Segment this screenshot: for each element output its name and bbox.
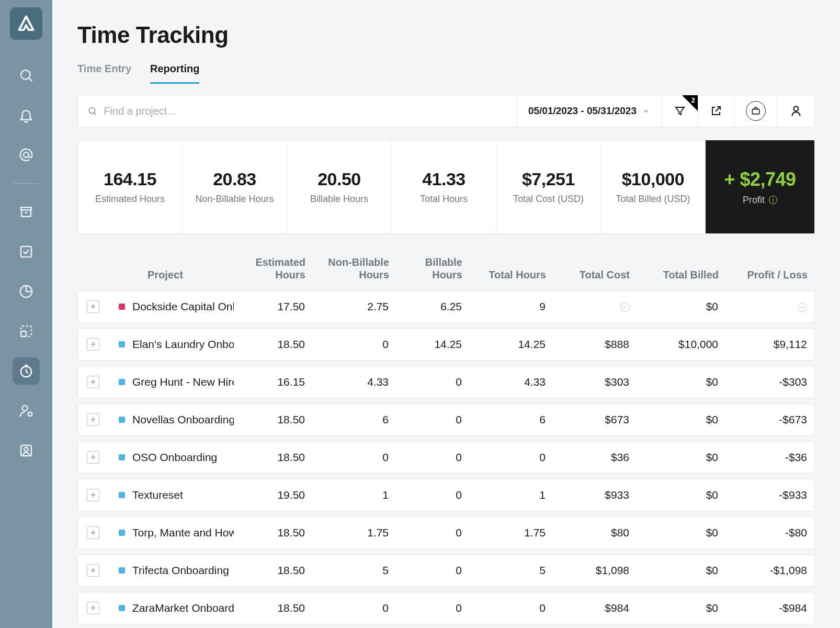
export-button[interactable] <box>698 95 734 127</box>
cell-estimated: 18.50 <box>234 564 312 577</box>
svg-line-1 <box>29 78 32 82</box>
th-total[interactable]: Total Hours <box>470 268 553 281</box>
project-color-dot <box>119 530 125 536</box>
date-range-picker[interactable]: 05/01/2023 - 05/31/2023 <box>516 95 662 127</box>
cell-profitloss: -$303 <box>725 376 814 388</box>
table-row[interactable]: +Textureset19.50101$933$0-$933 <box>77 479 815 511</box>
expand-button[interactable]: + <box>87 376 99 388</box>
th-billed[interactable]: Total Billed <box>637 268 726 281</box>
th-nonbillable[interactable]: Non-Billable Hours <box>313 256 396 281</box>
mentions-nav-icon[interactable] <box>13 141 40 169</box>
cell-estimated: 17.50 <box>234 300 312 313</box>
tab-reporting[interactable]: Reporting <box>150 58 199 84</box>
cell-billable: 0 <box>396 376 469 388</box>
nav-divider <box>13 183 40 184</box>
search-icon <box>87 106 97 116</box>
svg-point-16 <box>24 447 28 452</box>
table-row[interactable]: +Elan's Laundry Onboarding18.50014.2514.… <box>77 328 815 361</box>
th-billable[interactable]: Billable Hours <box>396 256 470 281</box>
app-logo[interactable] <box>10 7 42 40</box>
expand-button[interactable]: + <box>87 526 99 539</box>
tab-time-entry[interactable]: Time Entry <box>77 58 131 84</box>
svg-line-11 <box>26 372 28 373</box>
table-row[interactable]: +Greg Hunt - New Hire16.154.3304.33$303$… <box>77 366 815 398</box>
metric-total-cost: $7,251 Total Cost (USD) <box>496 140 601 233</box>
info-icon[interactable]: i <box>769 196 777 204</box>
th-profitloss[interactable]: Profit / Loss <box>726 268 815 281</box>
date-range-label: 05/01/2023 - 05/31/2023 <box>528 105 637 117</box>
cell-expand: + <box>78 602 116 614</box>
project-name: Novellas Onboarding <box>132 413 234 426</box>
cell-project: Novellas Onboarding <box>116 413 234 426</box>
reports-nav-icon[interactable] <box>13 278 40 305</box>
cell-estimated: 18.50 <box>234 602 312 614</box>
time-tracking-nav-icon[interactable] <box>13 357 40 385</box>
cell-total: 0 <box>469 451 553 464</box>
cell-cost: $1,098 <box>553 564 637 577</box>
metric-value: 164.15 <box>104 169 156 189</box>
cell-profitloss: $9,112 <box>725 338 814 351</box>
search-nav-icon[interactable] <box>13 62 40 89</box>
project-name: Greg Hunt - New Hire <box>132 376 234 388</box>
cell-total: 1.75 <box>469 526 553 539</box>
cell-cost: $984 <box>553 602 637 614</box>
cell-expand: + <box>78 413 116 426</box>
scale-nav-icon[interactable] <box>13 318 40 345</box>
cell-project: Textureset <box>116 489 234 501</box>
project-color-dot <box>119 304 125 310</box>
search-input[interactable] <box>104 105 507 117</box>
empty-value-icon <box>798 302 807 312</box>
user-button[interactable] <box>777 95 814 127</box>
metric-profit: + $2,749 Profit i <box>706 140 814 233</box>
external-link-icon <box>710 105 722 117</box>
table-row[interactable]: +Novellas Onboarding18.50606$673$0-$673 <box>77 403 815 436</box>
contacts-nav-icon[interactable] <box>13 437 40 464</box>
briefcase-button[interactable] <box>734 95 777 127</box>
cell-billable: 6.25 <box>396 300 469 313</box>
svg-point-0 <box>21 70 30 80</box>
table-row[interactable]: +Dockside Capital Onboar...17.502.756.25… <box>77 290 815 323</box>
svg-point-20 <box>794 106 799 111</box>
cell-expand: + <box>78 451 116 464</box>
archive-nav-icon[interactable] <box>13 198 40 226</box>
cell-cost: $80 <box>553 526 637 539</box>
expand-button[interactable]: + <box>87 413 99 426</box>
expand-button[interactable]: + <box>87 602 99 614</box>
filter-button[interactable]: 2 <box>662 95 698 127</box>
cell-billed: $0 <box>637 564 725 577</box>
cell-total: 0 <box>469 602 553 614</box>
table-row[interactable]: +Trifecta Onboarding18.50505$1,098$0-$1,… <box>77 554 815 587</box>
table-row[interactable]: +Torp, Mante and Howe On...18.501.7501.7… <box>77 517 815 549</box>
user-settings-nav-icon[interactable] <box>13 397 40 424</box>
th-project[interactable]: Project <box>115 268 234 281</box>
cell-estimated: 18.50 <box>234 451 312 464</box>
th-estimated[interactable]: Estimated Hours <box>234 256 313 281</box>
project-color-dot <box>119 605 125 611</box>
expand-button[interactable]: + <box>87 451 99 464</box>
notifications-nav-icon[interactable] <box>13 102 40 129</box>
cell-nonbillable: 0 <box>312 602 396 614</box>
briefcase-circle <box>746 101 766 121</box>
expand-button[interactable]: + <box>87 338 99 351</box>
tasks-nav-icon[interactable] <box>13 238 40 265</box>
table-row[interactable]: +OSO Onboarding18.50000$36$0-$36 <box>77 441 815 474</box>
project-name: Dockside Capital Onboar... <box>132 300 234 313</box>
cell-total: 5 <box>469 564 553 577</box>
cell-total: 14.25 <box>469 338 553 351</box>
th-cost[interactable]: Total Cost <box>553 268 637 281</box>
metric-label: Total Billed (USD) <box>616 194 690 205</box>
cell-billed: $10,000 <box>637 338 725 351</box>
metric-estimated-hours: 164.15 Estimated Hours <box>78 140 183 233</box>
cell-billed: $0 <box>637 602 725 614</box>
expand-button[interactable]: + <box>87 300 99 313</box>
cell-billed: $0 <box>637 413 725 426</box>
cell-profitloss: -$933 <box>725 489 814 501</box>
cell-cost <box>553 300 637 313</box>
expand-button[interactable]: + <box>87 564 99 577</box>
table-body: +Dockside Capital Onboar...17.502.756.25… <box>77 290 815 624</box>
table-row[interactable]: +ZaraMarket Onboarding18.50000$984$0-$98… <box>77 592 815 624</box>
cell-expand: + <box>78 489 116 501</box>
cell-nonbillable: 0 <box>312 338 396 351</box>
cell-billable: 0 <box>396 526 469 539</box>
expand-button[interactable]: + <box>87 489 99 501</box>
